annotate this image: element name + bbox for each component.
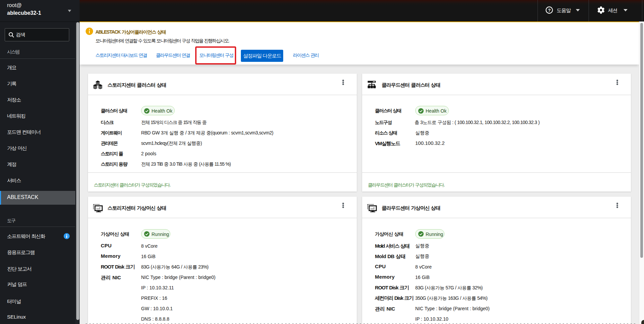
- svg-text:?: ?: [548, 8, 551, 13]
